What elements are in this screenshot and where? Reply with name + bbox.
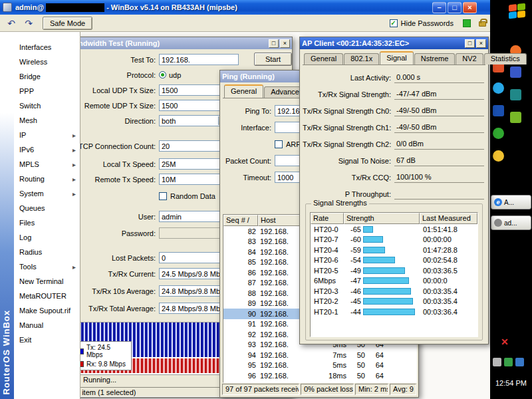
desktop-icon[interactable] [510, 66, 521, 78]
desktop-icon[interactable] [493, 82, 504, 94]
sidebar-item-system[interactable]: System▸ [14, 186, 80, 201]
minimize-button[interactable]: – [432, 2, 446, 13]
ping-row[interactable]: 94192.168.7ms5064 [223, 350, 416, 360]
ping-statusbar: 97 of 97 packets receiv...0% packet loss… [222, 384, 416, 395]
sidebar-item-mesh[interactable]: Mesh [14, 113, 80, 128]
remote-tx-speed-input[interactable]: 10M [159, 174, 229, 185]
signal-column-header[interactable]: Rate [311, 213, 344, 224]
desktop-icon[interactable] [493, 128, 504, 139]
taskbar-button[interactable]: eA... [491, 195, 531, 209]
tray-icon[interactable] [515, 358, 524, 366]
signal-row[interactable]: 6Mbps-4700:00:0 [311, 276, 477, 287]
signal-cell-rate: HT20-6 [311, 256, 344, 264]
sidebar-item-mpls[interactable]: MPLS▸ [14, 157, 80, 172]
desktop-icon[interactable] [493, 105, 504, 116]
sidebar-item-manual[interactable]: Manual [14, 318, 80, 332]
start-button[interactable]: Start [254, 53, 292, 66]
menu-item-label: Interfaces [19, 43, 76, 51]
sidebar-item-tools[interactable]: Tools▸ [14, 259, 80, 274]
remote-udp-tx-size-input[interactable]: 1500 [159, 100, 229, 111]
signal-row[interactable]: HT20-0-6501:51:41.8 [311, 224, 477, 235]
sidebar-item-log[interactable]: Log [14, 230, 80, 245]
sidebar-item-ipv6[interactable]: IPv6▸ [14, 142, 80, 157]
random-data-checkbox[interactable] [159, 192, 167, 200]
sidebar-item-new-terminal[interactable]: New Terminal [14, 274, 80, 289]
smiley-icon[interactable] [493, 150, 504, 162]
close-button[interactable]: × [463, 2, 477, 13]
ap-tab-802-1x[interactable]: 802.1x [344, 53, 379, 65]
direction-select[interactable]: both ▾ [159, 115, 229, 126]
ping-cell-seq: 90 [223, 310, 258, 318]
signal-row[interactable]: HT20-7-6000:00:00 [311, 235, 477, 245]
ping-cell-seq: 85 [223, 258, 258, 266]
sidebar-item-bridge[interactable]: Bridge [14, 69, 80, 84]
ap-close-button[interactable]: × [476, 39, 486, 48]
password-input[interactable] [159, 227, 229, 239]
ping-row[interactable]: 96192.168.18ms5064 [223, 370, 416, 381]
desktop-icon[interactable] [510, 89, 521, 100]
test-to-input[interactable]: 192.168. [159, 54, 239, 65]
main-titlebar[interactable]: admin@ - WinBox v5.14 on RB433AH (mipsbe… [0, 0, 490, 15]
signal-cell-last: 00:00:00 [420, 235, 477, 243]
desktop-icon[interactable] [510, 112, 521, 123]
redo-button[interactable]: ↷ [21, 17, 36, 30]
arp-ping-checkbox[interactable] [275, 140, 283, 148]
signal-column-header[interactable]: Last Measured [420, 213, 477, 224]
undo-button[interactable]: ↶ [4, 17, 19, 30]
ap-tab-nstreme[interactable]: Nstreme [414, 53, 456, 65]
field-label: Tx/Rx Current: [68, 270, 159, 278]
sidebar-item-exit[interactable]: Exit [14, 332, 80, 347]
ping-row[interactable]: 95192.168.5ms5064 [223, 360, 416, 371]
ap-tab-statistics[interactable]: Statistics [484, 53, 527, 65]
notification-close-icon[interactable]: ✕ [501, 336, 509, 347]
signal-row[interactable]: HT20-2-4500:03:35.4 [311, 297, 477, 307]
hide-passwords-checkbox[interactable]: ✓ [390, 19, 398, 27]
sidebar-item-files[interactable]: Files [14, 215, 80, 230]
ap-tab-nv2[interactable]: NV2 [456, 53, 483, 65]
sidebar-item-metarouter[interactable]: MetaROUTER [14, 289, 80, 303]
taskbar-button[interactable]: ad... [491, 215, 531, 230]
sidebar-item-make-supout-rif[interactable]: Make Supout.rif [14, 303, 80, 318]
ap-restore-button[interactable]: □ [465, 39, 475, 48]
btest-restore-button[interactable]: □ [269, 39, 279, 48]
signal-strengths-title: Signal Strengths [311, 199, 369, 207]
sidebar-item-ppp[interactable]: PPP [14, 84, 80, 98]
sidebar-item-wireless[interactable]: Wireless [14, 55, 80, 69]
local-tx-speed-input[interactable]: 25M [159, 158, 229, 170]
signal-column-header[interactable]: Strength [344, 213, 420, 224]
tcp-connection-count-input[interactable]: 20 [159, 140, 229, 152]
signal-row[interactable]: HT20-5-4900:03:36.5 [311, 265, 477, 276]
tray-icon[interactable] [504, 358, 513, 366]
sidebar-item-switch[interactable]: Switch [14, 98, 80, 113]
close-icon: × [467, 4, 471, 11]
local-udp-tx-size-input[interactable]: 1500 [159, 84, 229, 96]
sidebar-item-ip[interactable]: IP▸ [14, 128, 80, 142]
signal-row[interactable]: HT20-6-5400:02:54.8 [311, 255, 477, 266]
signal-cell-last: 00:03:36.5 [420, 267, 477, 275]
tray-icon[interactable] [493, 358, 501, 366]
windows-start-icon[interactable] [509, 3, 527, 21]
ap-tab-general[interactable]: General [304, 53, 343, 65]
safe-mode-button[interactable]: Safe Mode [43, 17, 92, 30]
lost-packets-field[interactable]: 0 [159, 252, 229, 263]
protocol-radio-udp[interactable]: udp [159, 71, 181, 79]
btest-titlebar[interactable]: Bandwidth Test (Running) □ × [67, 37, 292, 49]
btest-close-button[interactable]: × [280, 39, 290, 48]
sidebar-item-queues[interactable]: Queues [14, 201, 80, 215]
ping-cell-seq: 96 [223, 372, 258, 380]
sidebar-item-routing[interactable]: Routing▸ [14, 172, 80, 186]
ap-titlebar[interactable]: AP Client <00:21:A4:35:32:EC> □ × [300, 37, 488, 49]
sidebar-item-radius[interactable]: Radius [14, 245, 80, 259]
ping-tab-general[interactable]: General [224, 84, 263, 98]
signal-row[interactable]: HT20-1-4400:03:36.4 [311, 307, 477, 317]
hide-passwords-control[interactable]: ✓ Hide Passwords [390, 19, 454, 27]
sidebar-item-interfaces[interactable]: Interfaces [14, 40, 80, 55]
signal-row[interactable]: HT20-4-5901:47:28.8 [311, 245, 477, 255]
ap-tab-signal[interactable]: Signal [380, 51, 414, 65]
maximize-button[interactable]: □ [448, 2, 462, 13]
ping-column-header[interactable]: Seq # / [223, 215, 258, 226]
menu-item-label: Make Supout.rif [19, 307, 76, 315]
user-input[interactable]: admin [159, 211, 229, 222]
signal-row[interactable]: HT20-3-4600:03:35.4 [311, 286, 477, 297]
submenu-arrow-icon: ▸ [72, 132, 76, 139]
